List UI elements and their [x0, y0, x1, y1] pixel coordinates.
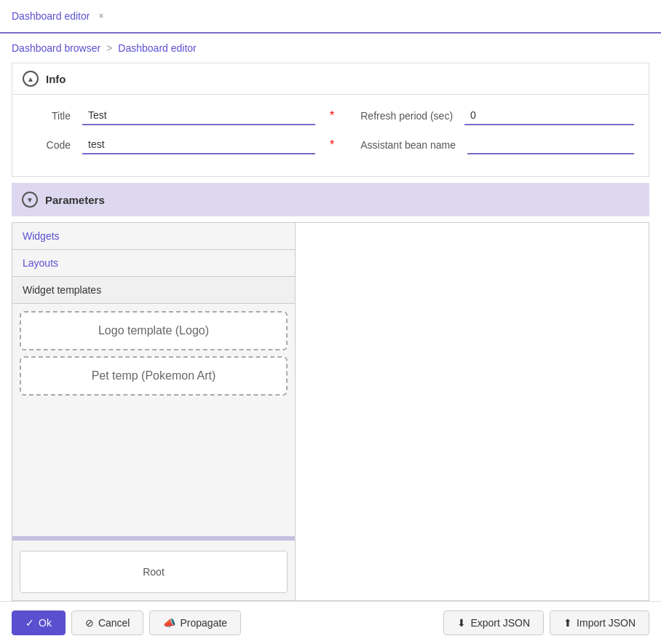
propagate-icon: 📣	[163, 617, 175, 629]
code-label: Code	[27, 139, 71, 151]
ok-label: Ok	[39, 617, 52, 629]
export-label: Export JSON	[470, 617, 530, 629]
breadcrumb-parent[interactable]: Dashboard browser	[12, 42, 100, 54]
breadcrumb-current: Dashboard editor	[118, 42, 196, 54]
info-section-title: Info	[46, 73, 66, 85]
propagate-button[interactable]: 📣 Propagate	[149, 610, 241, 635]
code-input[interactable]	[82, 136, 315, 154]
params-section-title: Parameters	[45, 194, 105, 206]
cancel-label: Cancel	[98, 617, 130, 629]
info-section-header[interactable]: ▲ Info	[12, 63, 649, 95]
tab-label: Dashboard editor	[12, 10, 90, 22]
template-card-logo[interactable]: Logo template (Logo)	[20, 311, 288, 350]
ok-button[interactable]: ✓ Ok	[12, 610, 66, 635]
code-required-star: *	[330, 138, 334, 152]
cancel-icon: ⊘	[85, 617, 94, 629]
refresh-input[interactable]	[464, 106, 634, 125]
info-toggle-icon[interactable]: ▲	[23, 71, 39, 87]
propagate-label: Propagate	[180, 617, 227, 629]
left-panel: Widgets Layouts Widget templates Logo te…	[12, 222, 296, 601]
widget-templates-area: Logo template (Logo) Pet temp (Pokemon A…	[12, 304, 295, 533]
export-icon: ⬇	[457, 617, 466, 629]
title-row: Title * Refresh period (sec)	[27, 106, 634, 125]
export-json-button[interactable]: ⬇ Export JSON	[443, 610, 544, 635]
dashboard-editor-tab[interactable]: Dashboard editor ×	[0, 0, 118, 34]
import-label: Import JSON	[577, 617, 636, 629]
panel-item-widgets[interactable]: Widgets	[12, 223, 295, 250]
ok-icon: ✓	[25, 617, 34, 629]
info-section: ▲ Info Title * Refresh period (sec) Code…	[12, 63, 649, 177]
refresh-label: Refresh period (sec)	[360, 110, 453, 122]
panel-item-layouts[interactable]: Layouts	[12, 250, 295, 277]
right-panel	[296, 222, 649, 601]
cancel-button[interactable]: ⊘ Cancel	[71, 610, 144, 635]
breadcrumb: Dashboard browser > Dashboard editor	[0, 34, 661, 63]
tab-close-button[interactable]: ×	[95, 9, 106, 23]
import-json-button[interactable]: ⬆ Import JSON	[550, 610, 649, 635]
title-input[interactable]	[82, 106, 315, 125]
info-section-body: Title * Refresh period (sec) Code * Assi…	[12, 95, 649, 176]
params-section-header[interactable]: ▼ Parameters	[12, 183, 649, 216]
main-content: Widgets Layouts Widget templates Logo te…	[12, 222, 649, 601]
breadcrumb-separator: >	[106, 42, 112, 54]
params-toggle-icon[interactable]: ▼	[22, 192, 38, 208]
title-required-star: *	[330, 109, 334, 122]
assistant-label: Assistant bean name	[360, 139, 456, 151]
template-card-pet[interactable]: Pet temp (Pokemon Art)	[20, 356, 288, 396]
title-label: Title	[27, 110, 71, 122]
import-icon: ⬆	[563, 617, 572, 629]
root-box: Root	[20, 551, 288, 593]
code-row: Code * Assistant bean name	[27, 136, 634, 154]
root-area: Root	[12, 543, 295, 600]
params-section: ▼ Parameters	[12, 183, 649, 216]
panel-scrollbar[interactable]	[12, 536, 295, 541]
panel-item-widget-templates[interactable]: Widget templates	[12, 277, 295, 304]
assistant-input[interactable]	[467, 136, 634, 154]
tab-bar: Dashboard editor ×	[0, 0, 661, 34]
bottom-toolbar: ✓ Ok ⊘ Cancel 📣 Propagate ⬇ Export JSON …	[0, 601, 661, 644]
